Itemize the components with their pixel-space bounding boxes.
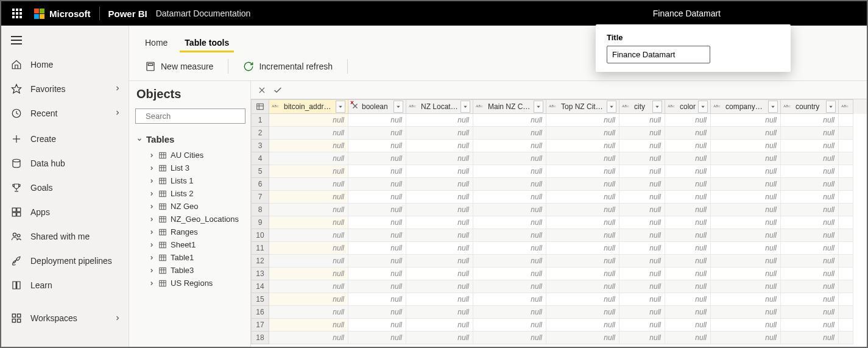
cell[interactable]: null bbox=[473, 332, 546, 344]
cell[interactable]: null bbox=[619, 178, 665, 191]
cell[interactable]: null bbox=[348, 178, 406, 191]
cell[interactable]: null bbox=[546, 178, 619, 191]
table-row[interactable]: 18nullnullnullnullnullnullnullnullnull bbox=[251, 332, 867, 344]
cell[interactable]: null bbox=[711, 216, 781, 229]
cell[interactable]: null bbox=[619, 140, 665, 152]
cell[interactable]: null bbox=[348, 204, 406, 216]
cell[interactable]: null bbox=[406, 255, 473, 268]
table-row[interactable]: 10nullnullnullnullnullnullnullnullnull bbox=[251, 229, 867, 242]
cell[interactable] bbox=[839, 114, 853, 127]
cell[interactable]: null bbox=[711, 255, 781, 268]
cell[interactable]: null bbox=[619, 152, 665, 165]
cell[interactable]: null bbox=[269, 178, 348, 191]
cell[interactable]: null bbox=[619, 191, 665, 204]
cell[interactable]: null bbox=[406, 204, 473, 216]
cell[interactable]: null bbox=[406, 127, 473, 140]
cell[interactable]: null bbox=[665, 229, 711, 242]
cell[interactable]: null bbox=[348, 114, 406, 127]
cell[interactable] bbox=[839, 319, 853, 332]
cell[interactable] bbox=[839, 140, 853, 152]
table-item[interactable]: US Regions bbox=[135, 277, 245, 289]
cell[interactable]: null bbox=[619, 204, 665, 216]
cell[interactable]: null bbox=[546, 191, 619, 204]
cell[interactable]: null bbox=[619, 242, 665, 255]
cell[interactable]: null bbox=[269, 140, 348, 152]
column-filter-button[interactable] bbox=[768, 101, 778, 113]
cell[interactable]: null bbox=[348, 280, 406, 293]
cell[interactable]: null bbox=[348, 255, 406, 268]
cell[interactable]: null bbox=[269, 152, 348, 165]
cell[interactable]: null bbox=[406, 216, 473, 229]
cell[interactable]: null bbox=[619, 165, 665, 178]
table-row[interactable]: 3nullnullnullnullnullnullnullnullnull bbox=[251, 140, 867, 152]
cell[interactable]: null bbox=[406, 306, 473, 319]
formula-cancel-button[interactable] bbox=[255, 83, 269, 98]
cell[interactable] bbox=[839, 229, 853, 242]
cell[interactable] bbox=[839, 242, 853, 255]
cell[interactable]: null bbox=[711, 332, 781, 344]
cell[interactable] bbox=[839, 268, 853, 280]
cell[interactable]: null bbox=[473, 268, 546, 280]
cell[interactable]: null bbox=[619, 268, 665, 280]
table-row[interactable]: 15nullnullnullnullnullnullnullnullnull bbox=[251, 293, 867, 306]
column-header[interactable]: × boolean bbox=[348, 99, 406, 114]
cell[interactable]: null bbox=[546, 114, 619, 127]
formula-commit-button[interactable] bbox=[270, 83, 285, 98]
table-row[interactable]: 2nullnullnullnullnullnullnullnullnull bbox=[251, 127, 867, 140]
cell[interactable]: null bbox=[665, 293, 711, 306]
cell[interactable]: null bbox=[781, 152, 839, 165]
cell[interactable]: null bbox=[665, 178, 711, 191]
cell[interactable]: null bbox=[546, 293, 619, 306]
table-item[interactable]: Lists 2 bbox=[135, 187, 245, 200]
cell[interactable]: null bbox=[473, 178, 546, 191]
cell[interactable]: null bbox=[711, 140, 781, 152]
column-header[interactable]: ABC city bbox=[619, 99, 665, 114]
cell[interactable]: null bbox=[711, 268, 781, 280]
table-row[interactable]: 17nullnullnullnullnullnullnullnullnull bbox=[251, 319, 867, 332]
cell[interactable]: null bbox=[619, 127, 665, 140]
cell[interactable]: null bbox=[269, 216, 348, 229]
cell[interactable]: null bbox=[619, 332, 665, 344]
cell[interactable]: null bbox=[711, 114, 781, 127]
cell[interactable]: null bbox=[619, 280, 665, 293]
cell[interactable]: null bbox=[781, 255, 839, 268]
select-all-cell[interactable] bbox=[251, 99, 269, 114]
cell[interactable]: null bbox=[711, 229, 781, 242]
cell[interactable]: null bbox=[269, 319, 348, 332]
cell[interactable]: null bbox=[781, 191, 839, 204]
cell[interactable]: null bbox=[348, 268, 406, 280]
cell[interactable]: null bbox=[348, 127, 406, 140]
cell[interactable]: null bbox=[781, 204, 839, 216]
cell[interactable]: null bbox=[619, 229, 665, 242]
cell[interactable]: null bbox=[781, 319, 839, 332]
breadcrumb[interactable]: Datamart Documentation bbox=[156, 9, 251, 18]
cell[interactable]: null bbox=[473, 242, 546, 255]
table-row[interactable]: 8nullnullnullnullnullnullnullnullnull bbox=[251, 204, 867, 216]
column-filter-button[interactable] bbox=[534, 101, 543, 113]
cell[interactable]: null bbox=[269, 229, 348, 242]
nav-toggle-button[interactable] bbox=[1, 28, 129, 52]
table-row[interactable]: 14nullnullnullnullnullnullnullnullnull bbox=[251, 280, 867, 293]
cell[interactable]: null bbox=[665, 280, 711, 293]
table-row[interactable]: 16nullnullnullnullnullnullnullnullnull bbox=[251, 306, 867, 319]
row-number[interactable]: 18 bbox=[251, 332, 269, 344]
cell[interactable]: null bbox=[473, 319, 546, 332]
table-item[interactable]: List 3 bbox=[135, 162, 245, 174]
cell[interactable]: null bbox=[348, 152, 406, 165]
cell[interactable]: null bbox=[546, 127, 619, 140]
cell[interactable]: null bbox=[406, 293, 473, 306]
cell[interactable]: null bbox=[665, 255, 711, 268]
cell[interactable]: null bbox=[269, 191, 348, 204]
cell[interactable]: null bbox=[546, 306, 619, 319]
cell[interactable]: null bbox=[711, 293, 781, 306]
cell[interactable]: null bbox=[473, 306, 546, 319]
cell[interactable]: null bbox=[348, 191, 406, 204]
cell[interactable]: null bbox=[619, 255, 665, 268]
cell[interactable]: null bbox=[473, 293, 546, 306]
cell[interactable]: null bbox=[406, 152, 473, 165]
cell[interactable]: null bbox=[348, 319, 406, 332]
cell[interactable]: null bbox=[665, 306, 711, 319]
cell[interactable]: null bbox=[781, 332, 839, 344]
cell[interactable]: null bbox=[473, 255, 546, 268]
cell[interactable]: null bbox=[269, 114, 348, 127]
